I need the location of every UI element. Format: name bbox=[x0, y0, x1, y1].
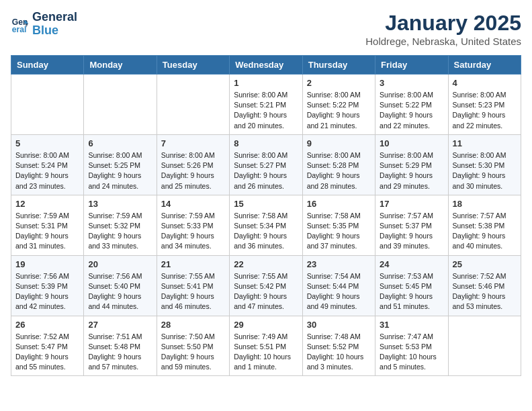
day-number: 5 bbox=[15, 138, 79, 148]
calendar-cell: 12Sunrise: 7:59 AM Sunset: 5:31 PM Dayli… bbox=[11, 195, 84, 255]
calendar-cell: 11Sunrise: 8:00 AM Sunset: 5:30 PM Dayli… bbox=[448, 134, 521, 195]
day-info: Sunrise: 8:00 AM Sunset: 5:22 PM Dayligh… bbox=[380, 90, 443, 131]
day-info: Sunrise: 7:55 AM Sunset: 5:42 PM Dayligh… bbox=[234, 271, 298, 312]
day-info: Sunrise: 8:00 AM Sunset: 5:27 PM Dayligh… bbox=[234, 150, 298, 191]
calendar-cell: 31Sunrise: 7:47 AM Sunset: 5:53 PM Dayli… bbox=[375, 316, 448, 376]
day-number: 21 bbox=[161, 259, 225, 269]
calendar-table: SundayMondayTuesdayWednesdayThursdayFrid… bbox=[11, 55, 521, 376]
col-header-friday: Friday bbox=[375, 56, 448, 75]
day-info: Sunrise: 7:52 AM Sunset: 5:47 PM Dayligh… bbox=[15, 332, 79, 373]
day-number: 29 bbox=[234, 320, 298, 330]
day-info: Sunrise: 7:59 AM Sunset: 5:32 PM Dayligh… bbox=[88, 211, 152, 252]
day-info: Sunrise: 7:58 AM Sunset: 5:34 PM Dayligh… bbox=[234, 211, 298, 252]
day-info: Sunrise: 7:56 AM Sunset: 5:39 PM Dayligh… bbox=[15, 271, 79, 312]
day-info: Sunrise: 7:49 AM Sunset: 5:51 PM Dayligh… bbox=[234, 332, 298, 373]
calendar-cell bbox=[11, 75, 84, 135]
svg-text:eral: eral bbox=[12, 25, 27, 34]
calendar-cell: 4Sunrise: 8:00 AM Sunset: 5:23 PM Daylig… bbox=[448, 75, 521, 135]
day-number: 26 bbox=[15, 320, 79, 330]
col-header-tuesday: Tuesday bbox=[157, 56, 229, 75]
calendar-cell: 30Sunrise: 7:48 AM Sunset: 5:52 PM Dayli… bbox=[302, 316, 375, 376]
day-number: 3 bbox=[380, 78, 443, 88]
day-info: Sunrise: 7:58 AM Sunset: 5:35 PM Dayligh… bbox=[307, 211, 371, 252]
day-number: 9 bbox=[307, 138, 371, 148]
month-title: January 2025 bbox=[365, 11, 521, 36]
calendar-cell: 20Sunrise: 7:56 AM Sunset: 5:40 PM Dayli… bbox=[84, 255, 157, 316]
calendar-cell bbox=[157, 75, 229, 135]
day-info: Sunrise: 7:53 AM Sunset: 5:45 PM Dayligh… bbox=[380, 271, 443, 312]
location: Holdrege, Nebraska, United States bbox=[365, 36, 521, 47]
day-info: Sunrise: 8:00 AM Sunset: 5:29 PM Dayligh… bbox=[380, 150, 443, 191]
day-info: Sunrise: 7:55 AM Sunset: 5:41 PM Dayligh… bbox=[161, 271, 225, 312]
day-number: 20 bbox=[88, 259, 152, 269]
calendar-cell: 7Sunrise: 8:00 AM Sunset: 5:26 PM Daylig… bbox=[157, 134, 229, 195]
calendar-cell: 23Sunrise: 7:54 AM Sunset: 5:44 PM Dayli… bbox=[302, 255, 375, 316]
day-info: Sunrise: 7:59 AM Sunset: 5:33 PM Dayligh… bbox=[161, 211, 225, 252]
day-info: Sunrise: 8:00 AM Sunset: 5:30 PM Dayligh… bbox=[453, 150, 517, 191]
day-number: 15 bbox=[234, 199, 298, 209]
title-block: January 2025 Holdrege, Nebraska, United … bbox=[365, 11, 521, 47]
day-info: Sunrise: 7:59 AM Sunset: 5:31 PM Dayligh… bbox=[15, 211, 79, 252]
calendar-cell: 8Sunrise: 8:00 AM Sunset: 5:27 PM Daylig… bbox=[230, 134, 302, 195]
day-number: 1 bbox=[234, 78, 298, 88]
calendar-week-4: 19Sunrise: 7:56 AM Sunset: 5:39 PM Dayli… bbox=[11, 255, 521, 316]
day-number: 6 bbox=[88, 138, 152, 148]
day-info: Sunrise: 7:51 AM Sunset: 5:48 PM Dayligh… bbox=[88, 332, 152, 373]
logo: Gen eral General Blue bbox=[11, 11, 77, 38]
day-number: 25 bbox=[453, 259, 517, 269]
day-number: 11 bbox=[453, 138, 517, 148]
day-number: 10 bbox=[380, 138, 443, 148]
day-info: Sunrise: 8:00 AM Sunset: 5:25 PM Dayligh… bbox=[88, 150, 152, 191]
col-header-wednesday: Wednesday bbox=[230, 56, 302, 75]
day-number: 14 bbox=[161, 199, 225, 209]
day-info: Sunrise: 8:00 AM Sunset: 5:21 PM Dayligh… bbox=[234, 90, 298, 131]
calendar-week-1: 1Sunrise: 8:00 AM Sunset: 5:21 PM Daylig… bbox=[11, 75, 521, 135]
day-number: 17 bbox=[380, 199, 443, 209]
calendar-cell: 18Sunrise: 7:57 AM Sunset: 5:38 PM Dayli… bbox=[448, 195, 521, 255]
day-info: Sunrise: 8:00 AM Sunset: 5:23 PM Dayligh… bbox=[453, 90, 517, 131]
day-number: 19 bbox=[15, 259, 79, 269]
day-info: Sunrise: 8:00 AM Sunset: 5:28 PM Dayligh… bbox=[307, 150, 371, 191]
calendar-cell: 10Sunrise: 8:00 AM Sunset: 5:29 PM Dayli… bbox=[375, 134, 448, 195]
day-info: Sunrise: 7:54 AM Sunset: 5:44 PM Dayligh… bbox=[307, 271, 371, 312]
day-number: 2 bbox=[307, 78, 371, 88]
calendar-cell: 14Sunrise: 7:59 AM Sunset: 5:33 PM Dayli… bbox=[157, 195, 229, 255]
logo-general: General bbox=[32, 10, 77, 24]
day-number: 12 bbox=[15, 199, 79, 209]
col-header-monday: Monday bbox=[84, 56, 157, 75]
calendar-cell: 3Sunrise: 8:00 AM Sunset: 5:22 PM Daylig… bbox=[375, 75, 448, 135]
col-header-sunday: Sunday bbox=[11, 56, 84, 75]
day-info: Sunrise: 8:00 AM Sunset: 5:22 PM Dayligh… bbox=[307, 90, 371, 131]
calendar-cell: 9Sunrise: 8:00 AM Sunset: 5:28 PM Daylig… bbox=[302, 134, 375, 195]
day-info: Sunrise: 7:50 AM Sunset: 5:50 PM Dayligh… bbox=[161, 332, 225, 373]
day-number: 13 bbox=[88, 199, 152, 209]
page-header: Gen eral General Blue January 2025 Holdr… bbox=[11, 11, 521, 47]
day-info: Sunrise: 7:48 AM Sunset: 5:52 PM Dayligh… bbox=[307, 332, 371, 373]
day-number: 4 bbox=[453, 78, 517, 88]
day-number: 24 bbox=[380, 259, 443, 269]
calendar-header-row: SundayMondayTuesdayWednesdayThursdayFrid… bbox=[11, 56, 521, 75]
day-number: 31 bbox=[380, 320, 443, 330]
day-number: 22 bbox=[234, 259, 298, 269]
calendar-cell: 25Sunrise: 7:52 AM Sunset: 5:46 PM Dayli… bbox=[448, 255, 521, 316]
logo-blue-text: Blue bbox=[32, 24, 58, 37]
day-number: 7 bbox=[161, 138, 225, 148]
day-number: 16 bbox=[307, 199, 371, 209]
col-header-thursday: Thursday bbox=[302, 56, 375, 75]
calendar-cell: 2Sunrise: 8:00 AM Sunset: 5:22 PM Daylig… bbox=[302, 75, 375, 135]
day-info: Sunrise: 7:57 AM Sunset: 5:37 PM Dayligh… bbox=[380, 211, 443, 252]
calendar-cell: 5Sunrise: 8:00 AM Sunset: 5:24 PM Daylig… bbox=[11, 134, 84, 195]
calendar-cell: 22Sunrise: 7:55 AM Sunset: 5:42 PM Dayli… bbox=[230, 255, 302, 316]
day-number: 18 bbox=[453, 199, 517, 209]
calendar-week-2: 5Sunrise: 8:00 AM Sunset: 5:24 PM Daylig… bbox=[11, 134, 521, 195]
day-number: 27 bbox=[88, 320, 152, 330]
logo-text-line2: Blue bbox=[32, 24, 77, 38]
day-info: Sunrise: 7:56 AM Sunset: 5:40 PM Dayligh… bbox=[88, 271, 152, 312]
calendar-cell: 1Sunrise: 8:00 AM Sunset: 5:21 PM Daylig… bbox=[230, 75, 302, 135]
calendar-cell: 16Sunrise: 7:58 AM Sunset: 5:35 PM Dayli… bbox=[302, 195, 375, 255]
day-info: Sunrise: 8:00 AM Sunset: 5:26 PM Dayligh… bbox=[161, 150, 225, 191]
calendar-cell: 6Sunrise: 8:00 AM Sunset: 5:25 PM Daylig… bbox=[84, 134, 157, 195]
calendar-cell: 13Sunrise: 7:59 AM Sunset: 5:32 PM Dayli… bbox=[84, 195, 157, 255]
calendar-cell: 17Sunrise: 7:57 AM Sunset: 5:37 PM Dayli… bbox=[375, 195, 448, 255]
calendar-cell: 28Sunrise: 7:50 AM Sunset: 5:50 PM Dayli… bbox=[157, 316, 229, 376]
